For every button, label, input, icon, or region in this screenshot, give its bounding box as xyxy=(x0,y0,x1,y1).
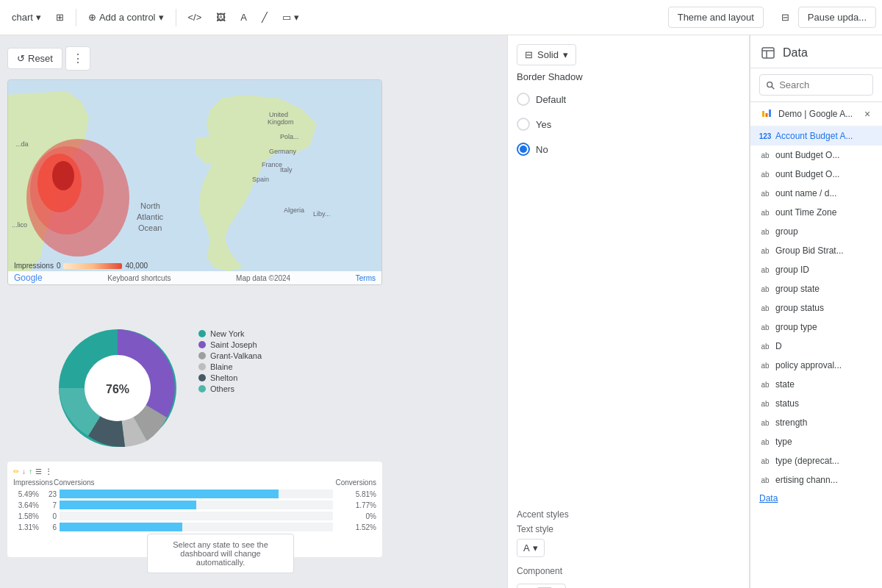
toolbar: chart ▾ ⊞ ⊕ Add a control ▾ </> 🖼 A ╱ ▭ … xyxy=(0,0,882,35)
grid-button[interactable]: ⊞ xyxy=(50,9,70,26)
field-group-type[interactable]: ab group type xyxy=(750,318,882,337)
reset-bar: ↺ Reset ⋮ xyxy=(7,46,90,71)
search-container xyxy=(750,68,882,102)
svg-text:Pola...: Pola... xyxy=(280,133,299,140)
field-name-d[interactable]: ab ount name / d... xyxy=(750,184,882,203)
fill-button[interactable]: 🪣 ▾ xyxy=(517,584,566,588)
font-dropdown-icon: ▾ xyxy=(533,542,538,553)
bar-chart-add-icon[interactable]: ↑ xyxy=(29,467,32,476)
legend-shelton: Shelton xyxy=(198,373,262,382)
terms-link[interactable]: Terms xyxy=(356,274,376,282)
bar-row-4-value: 6 xyxy=(42,523,57,531)
bar-row-3-track xyxy=(60,512,333,520)
field-group-state[interactable]: ab group state xyxy=(750,279,882,298)
border-shadow-label: Border Shadow xyxy=(517,71,740,82)
bar-row-2-value: 7 xyxy=(42,501,57,509)
field-status[interactable]: ab status xyxy=(750,394,882,413)
bar-chart-edit-icon[interactable]: ✏ xyxy=(13,467,19,476)
field-name-5: group xyxy=(775,226,873,237)
bar-chart-options-icon[interactable]: ⋮ xyxy=(45,467,52,476)
field-type-deprecated[interactable]: ab type (deprecat... xyxy=(750,451,882,470)
chart-button[interactable]: chart ▾ xyxy=(6,9,47,26)
search-input[interactable] xyxy=(779,79,867,90)
image-button[interactable]: 🖼 xyxy=(210,9,232,26)
line-button[interactable]: ╱ xyxy=(256,9,273,26)
field-type-icon-1: ab xyxy=(759,149,771,161)
field-group-status[interactable]: ab group status xyxy=(750,298,882,318)
bar-row-2-conv: 1.77% xyxy=(336,501,376,509)
code-button[interactable]: </> xyxy=(182,9,208,26)
datasource-item[interactable]: Demo | Google A... × xyxy=(750,102,882,126)
field-group-id[interactable]: ab group ID xyxy=(750,260,882,279)
svg-point-25 xyxy=(767,82,772,87)
keyboard-shortcuts[interactable]: Keyboard shortcuts xyxy=(107,274,171,282)
radio-yes[interactable]: Yes xyxy=(517,113,740,135)
yes-label: Yes xyxy=(536,119,551,130)
field-type-icon-5: ab xyxy=(759,226,771,237)
radio-default[interactable]: Default xyxy=(517,88,740,110)
shape-button[interactable]: ▭ ▾ xyxy=(276,9,305,26)
plus-icon: ⊕ xyxy=(88,12,96,23)
radio-no[interactable]: No xyxy=(517,138,740,160)
field-type-icon-9: ab xyxy=(759,302,771,314)
bar-chart-delete-icon[interactable]: ↓ xyxy=(22,467,26,476)
bar-row-2-track xyxy=(60,501,333,509)
field-budget-o-2[interactable]: ab ount Budget O... xyxy=(750,165,882,184)
datasource-name: Demo | Google A... xyxy=(778,109,857,119)
pause-update-label: Pause upda... xyxy=(808,12,867,23)
field-name-3: ount name / d... xyxy=(775,188,873,198)
svg-text:Spain: Spain xyxy=(252,176,269,183)
bar-row-3-value: 0 xyxy=(42,512,57,520)
columns-icon-btn[interactable]: ⊟ xyxy=(775,9,795,26)
field-time-zone[interactable]: ab ount Time Zone xyxy=(750,203,882,222)
legend-label-new-york: New York xyxy=(210,329,244,338)
legend-blaine: Blaine xyxy=(198,362,262,371)
bar-chart-action-icons: ✏ ↓ ↑ ☰ ⋮ xyxy=(13,467,52,476)
field-type-icon-11: ab xyxy=(759,340,771,352)
datasource-close-button[interactable]: × xyxy=(861,108,873,120)
search-icon xyxy=(766,80,775,90)
more-options-button[interactable]: ⋮ xyxy=(65,46,90,71)
solid-button[interactable]: ⊟ Solid ▾ xyxy=(517,44,576,65)
bar-row-1-fill xyxy=(60,490,279,498)
add-control-button[interactable]: ⊕ Add a control ▾ xyxy=(82,9,170,26)
field-strength[interactable]: ab strength xyxy=(750,413,882,432)
theme-layout-button[interactable]: Theme and layout xyxy=(668,7,764,28)
font-selector[interactable]: A ▾ xyxy=(517,539,545,557)
google-analytics-logo xyxy=(759,107,774,121)
bar-row-4: 1.31% 6 1.52% xyxy=(13,523,376,531)
field-state[interactable]: ab state xyxy=(750,375,882,394)
legend-dot-blaine xyxy=(198,363,206,370)
pie-chart-section: 76% xyxy=(44,315,191,462)
field-name-13: state xyxy=(775,379,873,390)
text-button[interactable]: A xyxy=(234,9,253,26)
canvas-area: ↺ Reset ⋮ xyxy=(0,35,507,588)
field-policy-approval[interactable]: ab policy approval... xyxy=(750,356,882,375)
field-type-icon-12: ab xyxy=(759,359,771,371)
divider2 xyxy=(176,9,176,26)
text-style-label: Text style xyxy=(517,524,740,534)
svg-text:Algeria: Algeria xyxy=(284,207,304,214)
bar-chart-header: Impressions Conversions Conversions xyxy=(13,478,376,487)
field-data-link[interactable]: Data xyxy=(750,490,882,507)
field-type[interactable]: ab type xyxy=(750,432,882,451)
svg-text:Kingdom: Kingdom xyxy=(268,118,294,126)
bar-row-2-label: 3.64% xyxy=(13,501,39,509)
reset-button[interactable]: ↺ Reset xyxy=(7,48,62,69)
svg-text:...da: ...da xyxy=(15,140,29,148)
field-bid-strat[interactable]: ab Group Bid Strat... xyxy=(750,241,882,260)
field-account-budget-a[interactable]: 123 Account Budget A... xyxy=(750,126,882,146)
bar-chart-more-icon[interactable]: ☰ xyxy=(35,467,42,476)
accent-styles-label: Accent styles xyxy=(517,509,740,520)
field-type-icon-10: ab xyxy=(759,321,771,333)
field-d[interactable]: ab D xyxy=(750,337,882,356)
field-type-icon-16: ab xyxy=(759,436,771,448)
field-budget-o-1[interactable]: ab ount Budget O... xyxy=(750,146,882,165)
field-group[interactable]: ab group xyxy=(750,222,882,241)
pause-update-button[interactable]: Pause upda... xyxy=(798,7,876,28)
legend-label-others: Others xyxy=(210,384,234,393)
bar-row-2-fill xyxy=(60,501,196,509)
field-name-8: group state xyxy=(775,284,873,294)
field-advertising-chann[interactable]: ab ertising chann... xyxy=(750,470,882,490)
data-panel-header: Data xyxy=(750,35,882,68)
